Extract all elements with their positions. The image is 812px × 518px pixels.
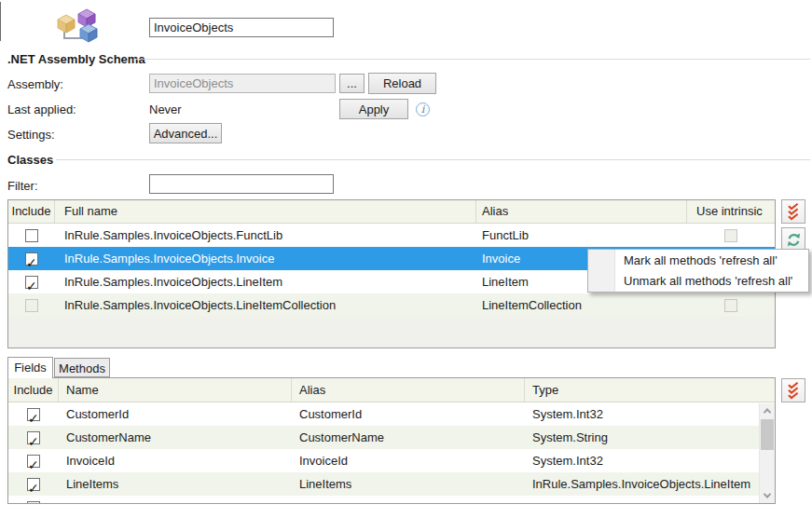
column-header-alias[interactable]: Alias xyxy=(476,200,687,223)
context-menu-item-mark-all-refresh[interactable]: Mark all methods 'refresh all' xyxy=(615,251,808,271)
check-all-classes-button[interactable] xyxy=(781,199,805,224)
scrollbar-thumb[interactable] xyxy=(761,419,774,450)
field-alias: CustomerName xyxy=(292,426,525,449)
include-checkbox[interactable] xyxy=(25,276,38,289)
column-header-include[interactable]: Include xyxy=(8,200,55,223)
context-menu: Mark all methods 'refresh all' Unmark al… xyxy=(587,249,809,293)
settings-label: Settings: xyxy=(7,128,55,142)
include-checkbox[interactable] xyxy=(27,455,40,468)
class-alias: LineItemCollection xyxy=(476,293,687,317)
context-menu-item-unmark-all-refresh[interactable]: Unmark all methods 'refresh all' xyxy=(615,271,808,292)
column-header-full-name[interactable]: Full name xyxy=(55,200,476,223)
field-name: LineItems xyxy=(59,472,292,496)
class-row-lineitemcollection[interactable]: InRule.Samples.InvoiceObjects.LineItemCo… xyxy=(8,293,775,317)
tab-fields[interactable]: Fields xyxy=(7,357,53,378)
field-row-customername[interactable]: CustomerName CustomerName System.String xyxy=(8,426,775,449)
class-alias: FunctLib xyxy=(476,224,687,247)
assembly-schema-panel: .NET Assembly Schema Assembly: ... Reloa… xyxy=(0,0,812,518)
assembly-section-title: .NET Assembly Schema xyxy=(7,52,145,66)
field-type: System.Decimal xyxy=(525,496,758,504)
classes-section-rule xyxy=(56,159,810,160)
include-checkbox[interactable] xyxy=(25,299,38,312)
classes-table-empty-area xyxy=(8,317,775,348)
assembly-section-rule xyxy=(133,59,810,60)
last-applied-label: Last applied: xyxy=(7,102,76,116)
field-name: InvoiceId xyxy=(59,449,292,472)
field-name: Total xyxy=(59,496,292,504)
chevron-down-icon xyxy=(764,490,771,498)
classes-table-header: Include Full name Alias Use intrinsic xyxy=(8,200,775,224)
field-row-lineitems[interactable]: LineItems LineItems InRule.Samples.Invoi… xyxy=(8,472,775,496)
field-row-invoiceid[interactable]: InvoiceId InvoiceId System.Int32 xyxy=(8,449,775,472)
assembly-path-input[interactable] xyxy=(149,74,336,93)
classes-section-title: Classes xyxy=(7,153,53,167)
class-full-name: InRule.Samples.InvoiceObjects.FunctLib xyxy=(55,224,476,247)
reload-button[interactable]: Reload xyxy=(368,73,436,94)
field-name: CustomerName xyxy=(59,426,292,449)
include-checkbox[interactable] xyxy=(25,229,38,242)
field-alias: LineItems xyxy=(292,472,525,496)
check-all-icon xyxy=(786,382,801,400)
classes-filter-label: Filter: xyxy=(7,179,38,193)
classes-filter-input[interactable] xyxy=(149,174,334,194)
column-header-alias[interactable]: Alias xyxy=(292,378,525,402)
field-alias: CustomerId xyxy=(292,402,525,426)
assembly-cubes-icon xyxy=(56,8,101,44)
tab-methods[interactable]: Methods xyxy=(54,358,110,377)
schema-name-input[interactable] xyxy=(149,18,334,37)
use-intrinsic-checkbox[interactable] xyxy=(724,299,737,312)
column-header-name[interactable]: Name xyxy=(59,378,292,402)
apply-button[interactable]: Apply xyxy=(339,99,408,119)
advanced-button[interactable]: Advanced... xyxy=(149,123,222,143)
vertical-scrollbar[interactable] xyxy=(759,403,775,503)
include-checkbox[interactable] xyxy=(27,431,40,444)
field-alias: Total xyxy=(292,496,525,504)
check-all-fields-button[interactable] xyxy=(781,378,805,402)
fields-table-header: Include Name Alias Type xyxy=(8,378,775,402)
refresh-icon xyxy=(786,232,802,248)
chevron-up-icon xyxy=(764,408,771,416)
panel-edge-divider xyxy=(0,2,1,41)
scroll-up-button[interactable] xyxy=(760,403,775,418)
include-checkbox[interactable] xyxy=(25,252,38,266)
class-row-functlib[interactable]: InRule.Samples.InvoiceObjects.FunctLib F… xyxy=(8,224,775,247)
field-name: CustomerId xyxy=(59,402,292,426)
scroll-down-button[interactable] xyxy=(760,488,775,503)
assembly-label: Assembly: xyxy=(7,77,63,91)
info-icon: i xyxy=(416,102,430,116)
check-all-icon xyxy=(786,203,801,221)
field-type: InRule.Samples.InvoiceObjects.LineItem xyxy=(525,472,758,496)
column-header-include[interactable]: Include xyxy=(8,378,59,402)
field-alias: InvoiceId xyxy=(292,449,525,472)
class-full-name: InRule.Samples.InvoiceObjects.LineItem xyxy=(55,270,476,293)
fields-table: Include Name Alias Type CustomerId Custo… xyxy=(7,377,776,504)
include-checkbox[interactable] xyxy=(27,478,40,491)
class-full-name: InRule.Samples.InvoiceObjects.Invoice xyxy=(55,247,476,270)
context-menu-icon-gutter xyxy=(588,250,615,292)
field-row-total[interactable]: Total Total System.Decimal xyxy=(8,496,775,504)
include-checkbox[interactable] xyxy=(27,408,40,421)
include-checkbox[interactable] xyxy=(27,501,40,505)
field-row-customerid[interactable]: CustomerId CustomerId System.Int32 xyxy=(8,402,775,426)
field-type: System.Int32 xyxy=(525,449,758,472)
browse-button[interactable]: ... xyxy=(339,74,365,93)
class-full-name: InRule.Samples.InvoiceObjects.LineItemCo… xyxy=(55,293,476,317)
last-applied-value: Never xyxy=(149,102,182,116)
column-header-use-intrinsic[interactable]: Use intrinsic xyxy=(687,200,775,223)
column-header-type[interactable]: Type xyxy=(525,378,758,402)
field-type: System.Int32 xyxy=(525,402,758,426)
use-intrinsic-checkbox[interactable] xyxy=(724,229,737,242)
field-type: System.String xyxy=(525,426,758,449)
